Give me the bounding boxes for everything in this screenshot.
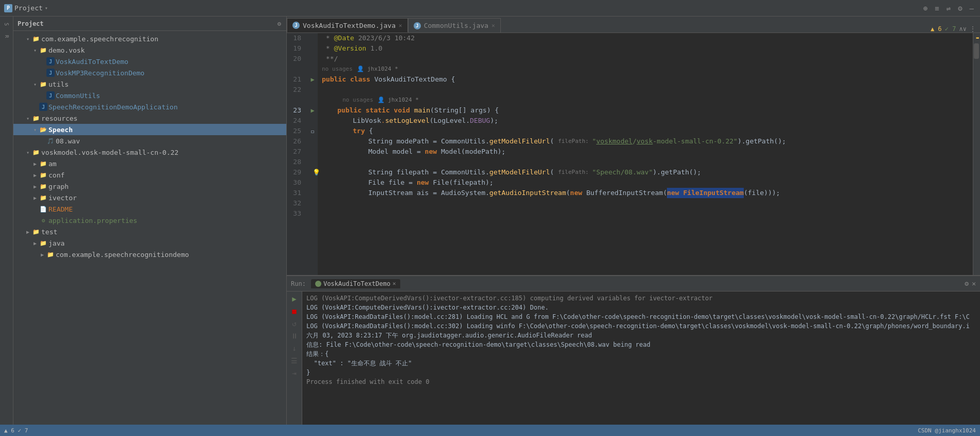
type-string: String [434,105,459,116]
tree-item-test[interactable]: ▶ 📁 test [13,226,286,237]
run-stop-icon[interactable]: ■ [289,306,300,316]
warning-count: ▲ 6 [930,25,942,33]
run-tab[interactable]: VoskAudiToTextDemo ✕ [311,279,400,288]
run-icon-21[interactable]: ▶ [311,76,314,83]
code-content[interactable]: * @Date 2023/6/3 10:42 * @Version 1.0 **… [318,33,973,275]
tree-item-vosk-audio[interactable]: J VoskAudiToTextDemo [13,56,286,67]
line-num-21: 21 [287,74,304,85]
folder-icon-speech: 📂 [39,125,47,134]
label-commonutils: CommonUtils [56,92,100,100]
tree-item-speech-app[interactable]: J SpeechRecognitionDemoApplication [13,101,286,112]
run-play-icon[interactable]: ▶ [289,294,300,304]
label-vosk-audio: VoskAudiToTextDemo [56,58,128,66]
tree-item-demo-vosk[interactable]: ▾ 📁 demo.vosk [13,44,286,56]
line-num-27: 27 [287,147,304,157]
block-icon-25: ◻ [311,128,314,134]
arrow-com-example: ▾ [25,36,31,42]
earth-icon[interactable]: ⊕ [921,3,929,13]
tab-close-vosk[interactable]: ✕ [399,22,402,29]
line-numbers: 18 19 20 21 22 23 24 25 26 27 28 29 30 3… [287,33,307,275]
minimize-icon[interactable]: — [968,3,976,13]
method-getaudio: getAudioInputStream [489,188,566,198]
tree-item-conf[interactable]: ▶ 📁 conf [13,169,286,181]
code-line-25: try { [322,126,969,136]
kw-new-31: new [570,188,586,198]
project-dropdown-arrow[interactable]: ▾ [45,5,48,11]
tree-item-appprops[interactable]: ⚙ application.properties [13,215,286,226]
gutter-32 [307,198,318,208]
tab-java-icon-common: J [414,22,421,29]
warning-marks: ▬ [976,34,979,41]
run-close-icon[interactable]: ✕ [972,280,976,287]
code-line-29: 💡 String filepath = CommonUtils.getModel… [322,167,969,177]
more-options[interactable]: ⋮ [970,25,976,33]
label-08wav: 08.wav [56,137,80,145]
tab-vosk[interactable]: J VoskAudiToTextDemo.java ✕ [287,18,408,33]
settings-icon[interactable]: ⚙ [956,3,964,13]
arrow-conf: ▶ [32,172,38,178]
arrow-graph: ▶ [32,184,38,189]
tab-label-vosk: VoskAudiToTextDemo.java [303,22,396,29]
folder-icon-am: 📁 [39,159,47,168]
run-filter-icon[interactable]: ☰ [289,356,300,366]
debug-24: DEBUG [470,116,490,126]
main-area: S R Project ⚙ ▾ 📁 com.example.speechreco… [0,17,980,425]
tree-item-voskmodel[interactable]: ▾ 📁 voskmodel.vosk-model-small-cn-0.22 [13,147,286,158]
tree-item-java[interactable]: ▶ 📁 java [13,237,286,249]
tab-close-common[interactable]: ✕ [492,22,495,29]
tree-item-speech[interactable]: ▾ 📂 Speech [13,124,286,135]
dot2-24: . [466,116,470,126]
tree-item-readme[interactable]: 📄 README [13,203,286,215]
run-rerun-icon[interactable]: ↺ [289,318,300,329]
tree-item-utils[interactable]: ▾ 📁 utils [13,78,286,90]
tree-item-resources[interactable]: ▾ 📁 resources [13,112,286,124]
warn-mark-1: ▬ [976,34,979,41]
run-output[interactable]: LOG (VoskAPI:ComputeDerivedVars():ivecto… [302,292,980,425]
run-wrap-icon[interactable]: ⇥ [289,368,300,378]
code-line-33 [322,208,969,219]
tree-item-vosk-mp3[interactable]: J VoskMP3RecognitionDemo [13,67,286,78]
sync-icon[interactable]: ⇌ [944,3,953,13]
editor-area: J VoskAudiToTextDemo.java ✕ J CommonUtil… [287,17,980,425]
folder-icon-utils: 📁 [39,80,47,88]
run-tab-close[interactable]: ✕ [393,280,396,287]
var-model: model = [393,147,425,157]
kw-new-file-31: new FileInputStream [667,188,744,198]
light-bulb-29[interactable]: 💡 [313,167,320,177]
output-line-5: 信息: File F:\Code\other-code\speech-recog… [306,340,976,349]
code-editor[interactable]: 18 19 20 21 22 23 24 25 26 27 28 29 30 3… [287,33,980,275]
gutter-27 [307,147,318,157]
right-scrollbar-area[interactable]: ▬ [973,33,980,275]
project-title: Project [14,4,43,12]
run-icon-23[interactable]: ▶ [311,107,314,114]
code-line-30: File file = new File(filepath); [322,177,969,188]
scroll-indicator[interactable] [974,43,979,59]
tree-item-am[interactable]: ▶ 📁 am [13,158,286,169]
tab-common[interactable]: J CommonUtils.java ✕ [408,18,501,33]
tree-item-graph[interactable]: ▶ 📁 graph [13,181,286,192]
gutter-25: ◻ [307,126,318,136]
requests-icon[interactable]: R [1,31,12,42]
tree-item-speechdemo[interactable]: ▶ 📁 com.example.speechrecognitiondemo [13,249,286,260]
folder-icon-resources: 📁 [32,114,40,122]
tree-item-ivector[interactable]: ▶ 📁 ivector [13,192,286,203]
run-down-icon[interactable]: ↓ [289,343,300,353]
tree-item-08wav[interactable]: 🎵 08.wav [13,135,286,147]
sort-arrows: ∧∨ [959,25,967,33]
line-num-26: 26 [287,136,304,147]
paren2-31: ( [663,188,667,198]
success-count: ✓ 7 [945,25,956,33]
label-ivector: ivector [48,194,77,202]
list-icon[interactable]: ≡ [933,3,941,13]
folder-icon-graph: 📁 [39,182,47,190]
tree-item-commonutils[interactable]: J CommonUtils [13,90,286,101]
label-speechdemo: com.example.speechrecognitiondemo [56,251,189,259]
line-num-25: 25 [287,126,304,136]
run-pause-icon[interactable]: ⏸ [289,331,300,341]
file-class-30: File [433,177,449,188]
panel-gear-icon[interactable]: ⚙ [276,19,282,28]
status-bar: ▲ 6 ✓ 7 CSDN @jianghx1024 [0,425,980,436]
structure-icon[interactable]: S [1,19,12,30]
run-settings-icon[interactable]: ⚙ [965,280,969,287]
tree-item-com-example[interactable]: ▾ 📁 com.example.speechrecognition [13,33,286,44]
